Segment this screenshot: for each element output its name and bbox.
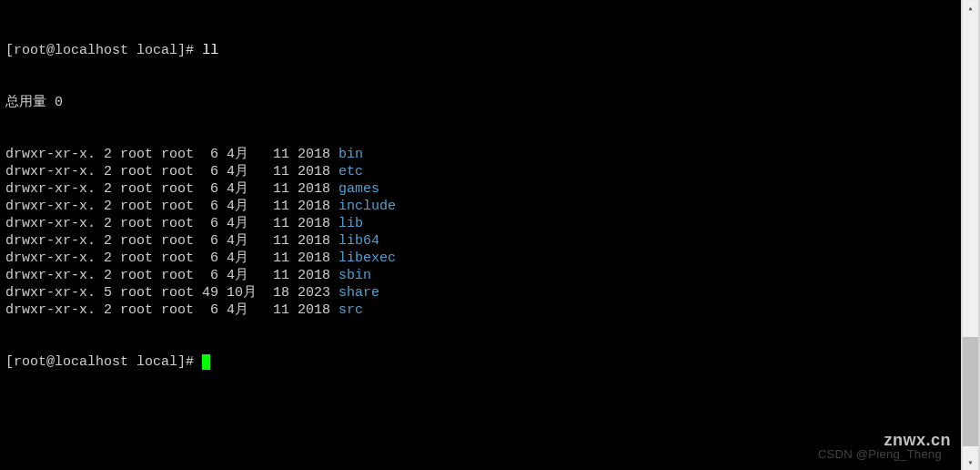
directory-name: sbin xyxy=(338,268,371,283)
watermark-csdn: CSDN @Pieng_Theng xyxy=(818,447,942,461)
directory-name: src xyxy=(338,302,363,318)
listing-row: drwxr-xr-x. 2 root root 6 4月 11 2018 src xyxy=(5,301,955,319)
file-listing: drwxr-xr-x. 2 root root 6 4月 11 2018 bin… xyxy=(5,146,955,319)
directory-name: lib64 xyxy=(338,233,379,249)
listing-meta: drwxr-xr-x. 2 root root 6 4月 11 2018 xyxy=(5,250,338,266)
listing-row: drwxr-xr-x. 2 root root 6 4月 11 2018 inc… xyxy=(5,198,955,215)
listing-meta: drwxr-xr-x. 5 root root 49 10月 18 2023 xyxy=(5,285,338,301)
prompt2-text: [root@localhost local]# xyxy=(5,354,202,370)
prompt-user: root xyxy=(14,43,46,58)
prompt-at: @ xyxy=(46,43,55,58)
listing-meta: drwxr-xr-x. 2 root root 6 4月 11 2018 xyxy=(5,164,338,179)
listing-row: drwxr-xr-x. 2 root root 6 4月 11 2018 sbi… xyxy=(5,267,955,284)
listing-meta: drwxr-xr-x. 2 root root 6 4月 11 2018 xyxy=(5,302,338,318)
directory-name: bin xyxy=(338,147,363,162)
listing-row: drwxr-xr-x. 2 root root 6 4月 11 2018 lib… xyxy=(5,250,955,267)
listing-row: drwxr-xr-x. 2 root root 6 4月 11 2018 gam… xyxy=(5,180,955,198)
listing-meta: drwxr-xr-x. 2 root root 6 4月 11 2018 xyxy=(5,147,338,162)
directory-name: games xyxy=(338,181,379,197)
prompt-line-1: [root@localhost local]# ll xyxy=(5,42,955,59)
listing-meta: drwxr-xr-x. 2 root root 6 4月 11 2018 xyxy=(5,268,338,283)
listing-row: drwxr-xr-x. 5 root root 49 10月 18 2023 s… xyxy=(5,284,955,301)
listing-meta: drwxr-xr-x. 2 root root 6 4月 11 2018 xyxy=(5,181,338,197)
directory-name: etc xyxy=(338,164,363,179)
scroll-down-button[interactable]: ▾ xyxy=(963,455,978,470)
total-line: 总用量 0 xyxy=(5,94,955,111)
listing-meta: drwxr-xr-x. 2 root root 6 4月 11 2018 xyxy=(5,199,338,214)
prompt-symbol: # xyxy=(186,43,194,58)
scrollbar-thumb[interactable] xyxy=(963,337,978,446)
command-text: ll xyxy=(202,43,218,58)
prompt-host: localhost xyxy=(55,43,128,58)
listing-row: drwxr-xr-x. 2 root root 6 4月 11 2018 lib xyxy=(5,215,955,232)
listing-row: drwxr-xr-x. 2 root root 6 4月 11 2018 lib… xyxy=(5,232,955,250)
terminal-window[interactable]: [root@localhost local]# ll 总用量 0 drwxr-x… xyxy=(0,0,961,470)
listing-row: drwxr-xr-x. 2 root root 6 4月 11 2018 etc xyxy=(5,163,955,180)
prompt-open: [ xyxy=(5,43,14,58)
prompt-close: ] xyxy=(177,43,186,58)
directory-name: include xyxy=(338,199,396,214)
directory-name: libexec xyxy=(338,250,396,266)
prompt-line-2: [root@localhost local]# xyxy=(5,353,955,371)
cursor xyxy=(202,354,210,370)
listing-meta: drwxr-xr-x. 2 root root 6 4月 11 2018 xyxy=(5,233,338,249)
listing-meta: drwxr-xr-x. 2 root root 6 4月 11 2018 xyxy=(5,216,338,231)
scroll-up-button[interactable]: ▴ xyxy=(963,0,978,15)
listing-row: drwxr-xr-x. 2 root root 6 4月 11 2018 bin xyxy=(5,146,955,163)
prompt-cwd: local xyxy=(136,43,177,58)
outer-scrollbar-track[interactable]: ▴ ▾ xyxy=(961,0,980,470)
directory-name: share xyxy=(338,285,379,301)
directory-name: lib xyxy=(338,216,363,231)
